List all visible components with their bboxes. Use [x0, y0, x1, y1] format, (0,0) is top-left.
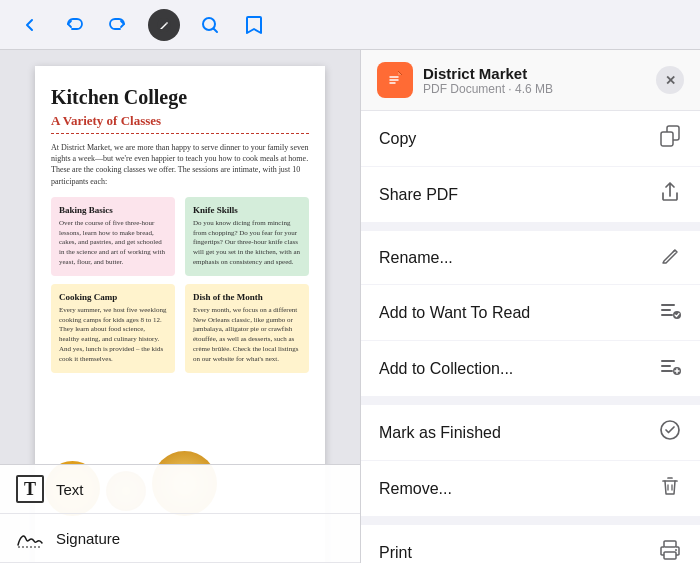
panel-title-container: District Market PDF Document · 4.6 MB [423, 65, 656, 96]
text-tool[interactable]: T Text [0, 465, 360, 514]
menu-item-print-label: Print [379, 544, 412, 562]
menu-item-rename-label: Rename... [379, 249, 453, 267]
section-cooking-text: Every summer, we host five weeklong cook… [59, 306, 167, 365]
menu-list: Copy Share PDF [361, 111, 700, 563]
svg-point-16 [675, 549, 677, 551]
svg-rect-15 [664, 552, 676, 559]
pdf-columns: Baking Basics Over the course of five th… [51, 197, 309, 381]
panel-header: District Market PDF Document · 4.6 MB ✕ [361, 50, 700, 111]
menu-item-want-to-read[interactable]: Add to Want To Read [361, 285, 700, 341]
menu-item-collection-label: Add to Collection... [379, 360, 513, 378]
menu-item-rename[interactable]: Rename... [361, 231, 700, 285]
menu-item-collection[interactable]: Add to Collection... [361, 341, 700, 397]
pdf-col-right: Knife Skills Do you know dicing from min… [185, 197, 309, 381]
menu-item-want-label: Add to Want To Read [379, 304, 530, 322]
menu-divider-2 [361, 397, 700, 405]
menu-item-finished-label: Mark as Finished [379, 424, 501, 442]
svg-rect-11 [661, 370, 673, 372]
svg-rect-14 [664, 541, 676, 547]
section-dish: Dish of the Month Every month, we focus … [185, 284, 309, 373]
svg-rect-5 [661, 304, 675, 306]
back-button[interactable] [16, 11, 44, 39]
svg-rect-10 [661, 365, 671, 367]
pdf-intro: At District Market, we are more than hap… [51, 142, 309, 187]
section-baking: Baking Basics Over the course of five th… [51, 197, 175, 276]
menu-item-remove-label: Remove... [379, 480, 452, 498]
bookmark-button[interactable] [240, 11, 268, 39]
menu-divider-1 [361, 223, 700, 231]
pdf-bottom-tools: T Text Signature [0, 464, 360, 563]
menu-item-copy[interactable]: Copy [361, 111, 700, 167]
section-baking-title: Baking Basics [59, 205, 167, 215]
menu-item-remove[interactable]: Remove... [361, 461, 700, 517]
section-dish-text: Every month, we focus on a different New… [193, 306, 301, 365]
document-icon [377, 62, 413, 98]
section-dish-title: Dish of the Month [193, 292, 301, 302]
panel-title-text: District Market [423, 65, 656, 82]
share-icon [658, 181, 682, 208]
remove-icon [658, 475, 682, 502]
pdf-col-left: Baking Basics Over the course of five th… [51, 197, 175, 381]
menu-item-share[interactable]: Share PDF [361, 167, 700, 223]
signature-label: Signature [56, 530, 120, 547]
pdf-subtitle: A Variety of Classes [51, 113, 309, 134]
section-cooking-title: Cooking Camp [59, 292, 167, 302]
undo-button[interactable] [60, 11, 88, 39]
collection-icon [658, 355, 682, 382]
text-icon: T [16, 475, 44, 503]
section-baking-text: Over the course of five three-hour lesso… [59, 219, 167, 268]
search-button[interactable] [196, 11, 224, 39]
svg-rect-7 [661, 314, 673, 316]
main-area: Kitchen College A Variety of Classes At … [0, 50, 700, 563]
pdf-panel: Kitchen College A Variety of Classes At … [0, 50, 360, 563]
redo-button[interactable] [104, 11, 132, 39]
menu-divider-3 [361, 517, 700, 525]
menu-item-finished[interactable]: Mark as Finished [361, 405, 700, 461]
svg-rect-9 [661, 360, 675, 362]
signature-tool[interactable]: Signature [0, 514, 360, 563]
section-knife: Knife Skills Do you know dicing from min… [185, 197, 309, 276]
context-panel: District Market PDF Document · 4.6 MB ✕ … [360, 50, 700, 563]
text-label: Text [56, 481, 84, 498]
print-icon [658, 539, 682, 563]
rename-icon [658, 245, 682, 270]
section-knife-text: Do you know dicing from mincing from cho… [193, 219, 301, 268]
close-button[interactable]: ✕ [656, 66, 684, 94]
pencil-button[interactable] [148, 9, 180, 41]
section-knife-title: Knife Skills [193, 205, 301, 215]
menu-item-share-label: Share PDF [379, 186, 458, 204]
menu-item-print[interactable]: Print [361, 525, 700, 563]
panel-subtitle-text: PDF Document · 4.6 MB [423, 82, 656, 96]
pdf-title: Kitchen College [51, 86, 309, 109]
nav-bar [0, 0, 700, 50]
signature-icon [16, 524, 44, 552]
svg-rect-6 [661, 309, 671, 311]
want-to-read-icon [658, 299, 682, 326]
section-cooking: Cooking Camp Every summer, we host five … [51, 284, 175, 373]
copy-icon [658, 125, 682, 152]
finished-icon [658, 419, 682, 446]
menu-item-copy-label: Copy [379, 130, 416, 148]
svg-rect-4 [661, 132, 673, 146]
